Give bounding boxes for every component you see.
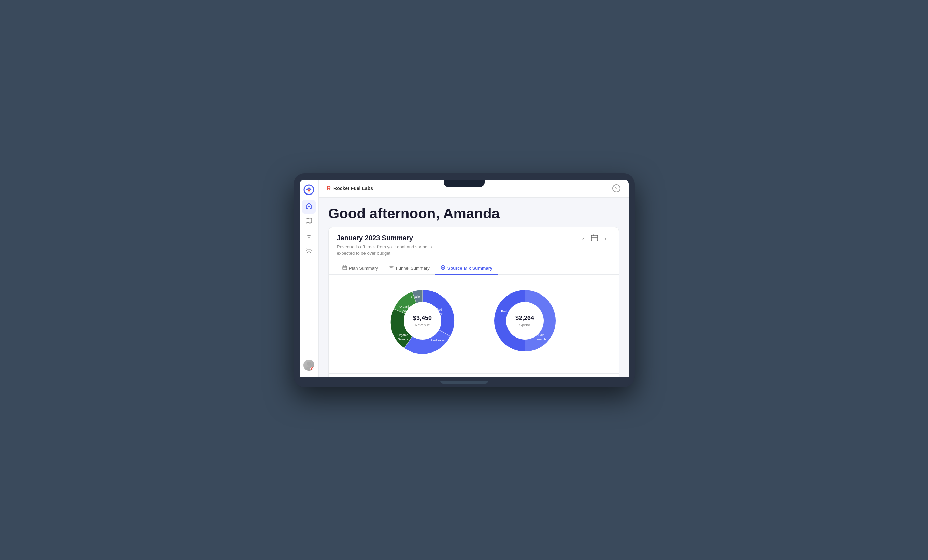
prev-arrow[interactable]: ‹ <box>578 234 588 244</box>
sidebar-bottom: R <box>304 360 314 373</box>
tab-funnel[interactable]: Funnel Summary <box>384 262 435 275</box>
tab-plan[interactable]: Plan Summary <box>337 262 384 275</box>
svg-point-4 <box>307 362 311 366</box>
greeting-text: Good afternoon, Amanda <box>328 206 619 221</box>
svg-text:Paid: Paid <box>538 333 544 337</box>
main-content: R Rocket Fuel Labs ? Good afternoon, Ama… <box>319 180 629 377</box>
funnel-icon <box>389 265 394 271</box>
tab-plan-label: Plan Summary <box>349 266 378 271</box>
svg-rect-6 <box>591 235 598 241</box>
svg-text:Smaller: Smaller <box>410 295 421 298</box>
sidebar-logo[interactable] <box>303 184 315 197</box>
brand-initial: R <box>327 185 331 191</box>
page-header: Good afternoon, Amanda <box>319 198 629 227</box>
card-footer: › Expert analysis Open Source Mix → <box>329 373 619 377</box>
card-nav: ‹ › <box>578 234 611 244</box>
svg-text:Organic: Organic <box>399 305 410 308</box>
tab-source[interactable]: Source Mix Summary <box>435 262 498 275</box>
map-icon <box>305 217 312 226</box>
svg-point-9 <box>442 267 444 268</box>
settings-icon <box>305 247 312 256</box>
sidebar-item-filter[interactable] <box>302 230 316 244</box>
next-arrow[interactable]: › <box>601 234 611 244</box>
revenue-chart: Paid search Paid social Organic Search O… <box>385 283 460 362</box>
sidebar-nav <box>302 200 316 357</box>
sidebar-item-settings[interactable] <box>302 245 316 259</box>
home-icon <box>305 202 312 211</box>
card-title: January 2023 Summary <box>337 234 432 242</box>
svg-text:search: search <box>434 312 443 315</box>
sidebar-item-home[interactable] <box>302 200 316 214</box>
svg-text:Paid: Paid <box>435 308 442 311</box>
svg-text:search: search <box>537 337 546 341</box>
card-header: January 2023 Summary Revenue is off trac… <box>329 227 619 256</box>
svg-text:Paid social: Paid social <box>501 310 516 313</box>
svg-text:Paid social: Paid social <box>430 339 446 342</box>
tabs: Plan Summary Funnel Summary <box>329 262 619 275</box>
tab-source-label: Source Mix Summary <box>447 266 493 271</box>
sidebar-item-map[interactable] <box>302 215 316 229</box>
svg-point-3 <box>308 250 310 252</box>
source-icon <box>441 265 446 271</box>
tab-funnel-label: Funnel Summary <box>396 266 430 271</box>
help-icon[interactable]: ? <box>612 184 620 192</box>
spend-chart: Paid social Paid search $2,264 Spen <box>487 283 562 362</box>
svg-text:Search: Search <box>398 337 408 341</box>
charts-area: Paid search Paid social Organic Search O… <box>329 275 619 371</box>
avatar-badge: R <box>310 366 314 371</box>
avatar[interactable]: R <box>304 360 314 371</box>
svg-text:Organic: Organic <box>397 333 408 337</box>
plan-icon <box>342 265 347 271</box>
brand-label: Rocket Fuel Labs <box>333 186 373 191</box>
filter-icon <box>305 232 312 241</box>
brand-name: R Rocket Fuel Labs <box>327 185 373 191</box>
svg-rect-7 <box>343 266 347 270</box>
summary-card: January 2023 Summary Revenue is off trac… <box>328 227 619 377</box>
camera-notch <box>444 180 485 187</box>
calendar-icon[interactable] <box>591 234 598 243</box>
card-subtitle: Revenue is off track from your goal and … <box>337 244 432 256</box>
sidebar: R <box>300 180 319 377</box>
